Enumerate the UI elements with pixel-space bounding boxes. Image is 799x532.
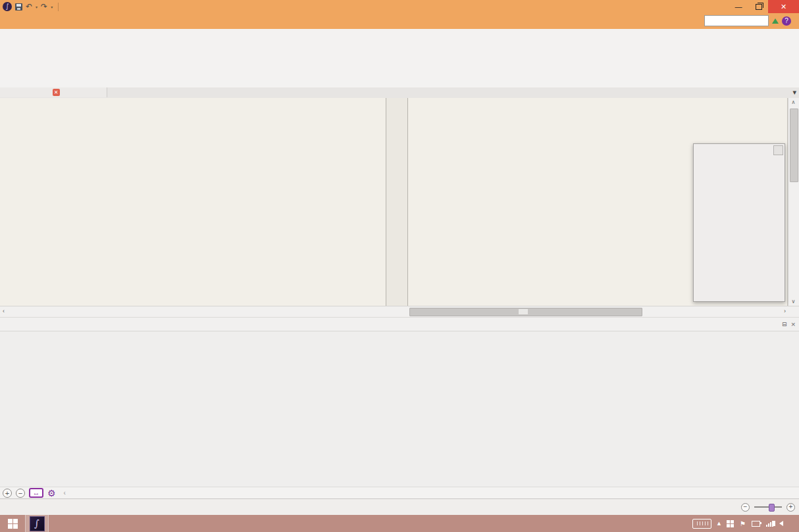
undo-icon[interactable]: ↶: [26, 2, 32, 11]
ribbon-tab-row: ?: [0, 13, 799, 29]
zoom-slider-handle[interactable]: [769, 504, 775, 512]
timeline-toolbar: + − ↔ ⚙ ‹: [0, 487, 799, 498]
speaker-icon[interactable]: [779, 521, 783, 526]
document-tab-full-score[interactable]: ✕: [0, 87, 107, 97]
touch-keyboard-icon[interactable]: [692, 519, 711, 529]
timeline-zoom-out-button[interactable]: −: [16, 489, 25, 498]
show-hidden-icons[interactable]: ▲: [717, 521, 721, 526]
timeline-fit-width-button[interactable]: ↔: [29, 488, 43, 498]
status-bar: − +: [0, 498, 799, 515]
score-canvas[interactable]: [0, 98, 788, 306]
sibelius-app-icon: ∫: [30, 516, 45, 531]
ribbon: [0, 29, 799, 88]
start-button[interactable]: [0, 519, 25, 529]
tray-windows-icon[interactable]: [727, 520, 734, 527]
horizontal-scrollbar[interactable]: ‹ ›: [0, 306, 799, 318]
vertical-scroll-thumb[interactable]: [790, 109, 798, 182]
keypad-title: [694, 144, 785, 154]
scroll-up-icon[interactable]: ∧: [788, 99, 798, 105]
minimize-button[interactable]: —: [729, 0, 748, 13]
timeline-float-icon[interactable]: ⊟: [782, 318, 787, 331]
close-button[interactable]: ✕: [768, 0, 799, 13]
divider: [58, 3, 59, 11]
action-center-flag-icon[interactable]: ⚑: [740, 520, 746, 527]
vertical-scrollbar[interactable]: ∧ ∨: [788, 98, 799, 306]
document-tab-bar: ✕ ▾: [0, 87, 799, 99]
timeline-header: ⊟ ×: [0, 318, 799, 331]
timeline-collapse-icon[interactable]: ‹: [64, 489, 66, 496]
taskbar: ∫ ▲ ⚑: [0, 515, 799, 532]
scroll-right-icon[interactable]: ›: [784, 308, 786, 314]
quick-access-toolbar: ∫ ↶▾ ↷▾: [0, 2, 61, 11]
close-tab-icon[interactable]: ✕: [53, 89, 60, 96]
zoom-slider[interactable]: [754, 506, 782, 508]
sibelius-logo-icon: ∫: [3, 2, 12, 11]
title-bar: ∫ ↶▾ ↷▾ — ✕: [0, 0, 799, 13]
timeline-panel: ⊟ × + − ↔ ⚙ ‹: [0, 318, 799, 498]
taskbar-app-sibelius[interactable]: ∫: [25, 515, 49, 532]
score-area[interactable]: ∧ ∨: [0, 98, 799, 306]
battery-icon[interactable]: [752, 521, 760, 527]
save-icon[interactable]: [15, 3, 22, 11]
scroll-left-icon[interactable]: ‹: [3, 308, 5, 314]
help-icon[interactable]: ?: [782, 16, 791, 26]
redo-icon[interactable]: ↷: [41, 2, 47, 11]
zoom-out-button[interactable]: −: [741, 503, 750, 512]
zoom-in-button[interactable]: +: [786, 503, 795, 512]
undo-dropdown-icon[interactable]: ▾: [36, 5, 38, 9]
redo-dropdown-icon[interactable]: ▾: [51, 5, 53, 9]
keypad-panel: [693, 143, 785, 302]
network-signal-icon[interactable]: [766, 521, 773, 527]
scroll-down-icon[interactable]: ∨: [788, 299, 798, 304]
find-play-icon[interactable]: [772, 18, 779, 24]
system-tray: ▲ ⚑: [692, 519, 799, 529]
restore-button[interactable]: [748, 0, 768, 13]
tab-list-icon[interactable]: ▾: [792, 88, 796, 97]
sibelius-window: ∫ ↶▾ ↷▾ — ✕ ? ✕ ▾: [0, 0, 799, 532]
timeline-zoom-in-button[interactable]: +: [3, 489, 12, 498]
keypad-close-icon[interactable]: [773, 145, 783, 155]
timeline-close-icon[interactable]: ×: [790, 318, 796, 331]
windows-logo-icon: [8, 519, 18, 529]
timeline-settings-gear-icon[interactable]: ⚙: [47, 488, 56, 498]
find-in-ribbon-input[interactable]: [704, 15, 769, 26]
horizontal-scroll-thumb[interactable]: [409, 308, 642, 316]
